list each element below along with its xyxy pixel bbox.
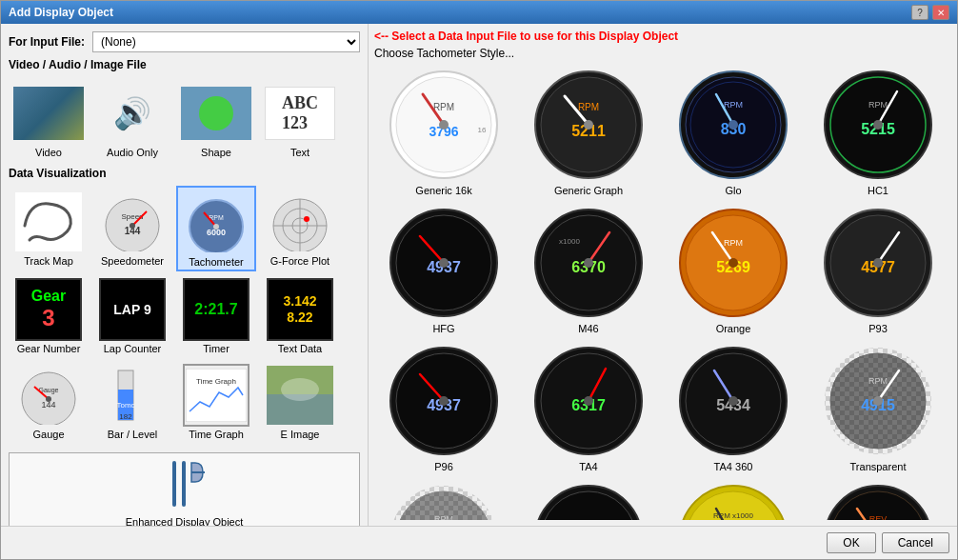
tacho-generic16k[interactable]: RPM 3796 16 Generic 16k (374, 66, 513, 198)
hfg-name: HFG (432, 323, 454, 334)
dataviz-section: Data Visualization Track Map (9, 167, 360, 443)
video-label: Video (35, 147, 62, 158)
lap-text: LAP 9 (113, 302, 150, 317)
svg-point-5 (130, 223, 135, 229)
gauge-item[interactable]: Gauge 144 Gauge (9, 359, 89, 443)
tacho-z33[interactable]: REV 5470 Z33 (808, 480, 948, 520)
input-file-select[interactable]: (None) (92, 31, 360, 52)
e-image-item[interactable]: E Image (260, 359, 340, 443)
circle-shape (199, 96, 233, 130)
svg-point-30 (281, 378, 319, 401)
shape-thumbnail (181, 87, 251, 140)
text-thumbnail: ABC123 (265, 87, 335, 140)
window-controls: ? ✕ (911, 5, 949, 20)
gauge-label: Gauge (32, 429, 64, 440)
audio-thumbnail: 🔊 (97, 87, 168, 140)
dataviz-title: Data Visualization (9, 167, 360, 180)
tacho-orange[interactable]: RPM 5269 Orange (664, 204, 803, 336)
text-data-item[interactable]: 3.1428.22 Text Data (260, 273, 340, 357)
orange-thumb: RPM 5269 (676, 206, 790, 320)
tacho-p93[interactable]: 4577 P93 (808, 204, 948, 336)
video-thumb (13, 82, 84, 145)
transparentgraph-thumb: RPM RPM (387, 482, 501, 520)
svg-point-50 (728, 120, 738, 130)
svg-point-59 (439, 258, 449, 268)
track-map-icon (15, 192, 82, 251)
generic16k-thumb: RPM 3796 16 (387, 68, 501, 182)
p93-name: P93 (868, 323, 888, 334)
right-panel: <-- Select a Data Input File to use for … (368, 24, 957, 526)
audio-label: Audio Only (107, 147, 158, 158)
generic16k-name: Generic 16k (415, 185, 471, 196)
lap-label: Lap Counter (104, 343, 162, 354)
audio-only-item[interactable]: 🔊 Audio Only (92, 77, 172, 161)
help-button[interactable]: ? (911, 5, 928, 20)
tacho-m46[interactable]: x1000 6370 M46 (519, 204, 658, 336)
tacho-vwb[interactable]: RPM VWB (519, 480, 658, 520)
left-panel: For Input File: (None) Video / Audio / I… (1, 24, 368, 526)
tacho-genericgraph[interactable]: RPM 5211 Generic Graph (519, 66, 658, 198)
tacho-transparent[interactable]: RPM 4915 Transparent (808, 342, 948, 474)
tacho-transparentgraph[interactable]: RPM RPM Transparent Graph (374, 480, 513, 520)
gear-text: Gear (31, 288, 66, 305)
input-file-row: For Input File: (None) (9, 31, 360, 52)
gauge-thumb: Gauge 144 (13, 364, 84, 427)
video-thumbnail (13, 87, 84, 140)
bottom-bar: OK Cancel (1, 526, 957, 559)
timer-label: Timer (203, 343, 230, 354)
svg-point-55 (873, 120, 883, 130)
gear-number-item[interactable]: Gear 3 Gear Number (9, 273, 89, 357)
ta4360-name: TA4 360 (714, 461, 753, 472)
vwb-thumb: RPM (531, 482, 646, 520)
svg-point-94 (873, 396, 883, 406)
p93-thumb: 4577 (821, 206, 935, 320)
text-item[interactable]: ABC123 Text (260, 77, 340, 161)
tacho-ta4360[interactable]: 5434 TA4 360 (664, 342, 803, 474)
timer-thumbnail: 2:21.7 (183, 278, 249, 341)
bar-level-item[interactable]: Tomc 182 Bar / Level (92, 359, 172, 443)
svg-point-81 (584, 396, 593, 406)
tacho-hc1[interactable]: RPM 5215 HC1 (808, 66, 948, 198)
ok-button[interactable]: OK (827, 532, 875, 553)
track-map-thumb (13, 190, 84, 253)
svg-point-77 (439, 396, 449, 406)
svg-text:REV: REV (869, 514, 888, 520)
hc1-thumb: RPM 5215 (821, 68, 935, 182)
text-thumb: ABC123 (265, 82, 335, 145)
timegraph-icon: Time Graph (186, 369, 247, 422)
tachometer-item[interactable]: RPM 6000 Tachometer (176, 186, 256, 271)
transparent-thumb: RPM 4915 (821, 344, 935, 458)
speedometer-item[interactable]: Speed 144 Speedometer (92, 186, 172, 271)
media-section-title: Video / Audio / Image File (9, 58, 360, 71)
svg-text:RPM: RPM (434, 514, 453, 520)
ta4-thumb: 6317 (531, 344, 646, 458)
choose-label: Choose Tachometer Style... (374, 47, 951, 60)
gforce-item[interactable]: G-Force Plot (260, 186, 340, 271)
close-button[interactable]: ✕ (932, 5, 949, 20)
track-map-label: Track Map (24, 255, 73, 267)
lap-counter-item[interactable]: LAP 9 Lap Counter (92, 273, 172, 357)
timer-item[interactable]: 2:21.7 Timer (176, 273, 256, 357)
svg-point-105 (541, 491, 636, 520)
shape-item[interactable]: Shape (176, 77, 256, 161)
textdata-text: 3.1428.22 (283, 293, 316, 326)
svg-point-21 (46, 396, 51, 402)
tacho-ta4[interactable]: 6317 TA4 (519, 342, 658, 474)
svg-point-64 (584, 258, 593, 268)
svg-point-38 (439, 120, 449, 130)
track-map-item[interactable]: Track Map (9, 186, 89, 271)
barlevel-icon: Tomc 182 (99, 366, 166, 425)
svg-text:16: 16 (478, 126, 487, 134)
p96-name: P96 (434, 461, 453, 472)
video-item[interactable]: Video (9, 77, 89, 161)
cancel-button[interactable]: Cancel (882, 532, 949, 553)
tacho-p96[interactable]: 4937 P96 (374, 342, 513, 474)
enhanced-section[interactable]: Enhanced Display Object (9, 452, 360, 526)
time-graph-item[interactable]: Time Graph Time Graph (176, 359, 256, 443)
lap-thumb: LAP 9 (97, 278, 168, 341)
tacho-yellow[interactable]: RPM x1000 5470 Yellow (664, 480, 803, 520)
barlevel-label: Bar / Level (108, 429, 158, 440)
gear-num: 3 (42, 305, 54, 331)
tacho-hfg[interactable]: 4937 HFG (374, 204, 513, 336)
tacho-glo[interactable]: RPM 830 Glo (664, 66, 803, 198)
